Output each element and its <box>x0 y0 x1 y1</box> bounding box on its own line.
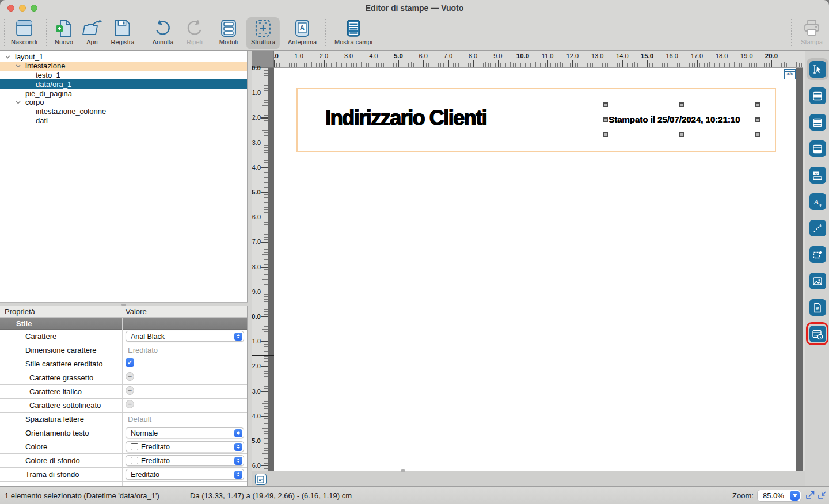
status-bar: 1 elemento selezionato (Datetime 'data/o… <box>0 486 829 504</box>
tree-item-testo-1[interactable]: testo_1 <box>0 71 247 80</box>
inherited-style-checkbox[interactable]: ✓ <box>126 358 134 367</box>
dropdown-value: Arial Black <box>131 333 234 341</box>
add-line-tool-button[interactable] <box>809 220 826 236</box>
app-window: Editor di stampe — Vuoto Nascondi Nuovo … <box>0 0 829 504</box>
open-button[interactable]: Apri <box>81 17 104 49</box>
ruler-position-marker <box>252 355 274 356</box>
tree-item-corpo[interactable]: corpo <box>0 98 247 107</box>
band-code-tool-button[interactable]: <> <box>809 167 826 184</box>
horizontal-ruler: 0.01.02.03.04.05.06.07.08.09.010.011.012… <box>252 51 803 68</box>
selection-handle-mid-right[interactable] <box>755 117 760 122</box>
stepper-icon <box>234 457 242 465</box>
add-image-tool-button[interactable] <box>809 273 826 289</box>
add-text-icon: A <box>812 196 823 208</box>
property-row-dimensione-carattere: Dimensione carattere Ereditato <box>0 343 247 357</box>
band-header-tool-button[interactable] <box>809 87 826 104</box>
font-size-field[interactable]: Ereditato <box>128 346 158 354</box>
toolbar-separator <box>46 19 47 48</box>
selection-handle-bottom-center[interactable] <box>679 132 684 137</box>
add-text-tool-button[interactable]: A <box>809 193 826 210</box>
toolbar-separator <box>791 19 792 48</box>
new-button[interactable]: Nuovo <box>54 17 74 49</box>
preview-icon: A <box>292 17 313 39</box>
selection-handle-bottom-right[interactable] <box>755 132 760 137</box>
chevron-down-icon[interactable] <box>16 101 21 104</box>
add-page-number-tool-button[interactable]: # <box>809 299 826 316</box>
modules-icon <box>218 17 239 39</box>
toolbar-button-label: Registra <box>111 39 135 45</box>
chevron-down-icon[interactable] <box>5 55 10 59</box>
zoom-fit-expand-button[interactable] <box>805 490 815 500</box>
svg-text:A: A <box>813 197 819 206</box>
underline-toggle[interactable]: – <box>126 400 134 408</box>
page-number-icon: # <box>812 302 823 314</box>
property-row-carattere: Carattere Arial Black <box>0 330 247 343</box>
preview-button[interactable]: A Anteprima <box>288 17 317 49</box>
background-color-checkbox[interactable] <box>131 457 138 464</box>
background-pattern-dropdown[interactable]: Ereditato <box>126 469 244 480</box>
toolbar-button-label: Struttura <box>251 39 275 45</box>
italic-toggle[interactable]: – <box>126 386 134 395</box>
code-expression-badge[interactable]: </> <box>784 69 796 79</box>
image-icon <box>812 276 823 287</box>
structure-button[interactable]: Struttura <box>246 17 280 49</box>
select-tool-button[interactable] <box>809 61 826 78</box>
tree-item-label: pié_di_pagina <box>25 89 72 98</box>
tree-item-pie-di-pagina[interactable]: pié_di_pagina <box>0 89 247 98</box>
undo-button[interactable]: Annulla <box>153 17 174 49</box>
property-label: Spaziatura lettere <box>25 415 84 423</box>
tree-item-data-ora-1[interactable]: data/ora_1 <box>0 79 247 89</box>
background-color-dropdown[interactable]: Ereditato <box>126 455 244 466</box>
band-header-icon <box>812 90 823 102</box>
text-orientation-dropdown[interactable]: Normale <box>126 427 244 438</box>
selection-handle-mid-left[interactable] <box>603 117 608 122</box>
datetime-field-text[interactable]: Stampato il 25/07/2024, 10:21:10 <box>609 114 740 124</box>
chevron-down-icon[interactable] <box>16 64 21 68</box>
print-button[interactable]: Stampa <box>801 17 823 49</box>
hide-panel-button[interactable]: Nascondi <box>11 17 37 49</box>
report-page[interactable]: Indirizzario Clienti Stampato il 25/07/2… <box>274 68 796 471</box>
open-folder-icon <box>81 17 104 39</box>
property-label: Carattere italico <box>29 387 82 396</box>
show-fields-button[interactable]: Mostra campi <box>334 17 372 49</box>
tree-item-dati[interactable]: dati <box>0 116 247 125</box>
selection-handle-top-center[interactable] <box>679 102 684 107</box>
selection-handle-bottom-left[interactable] <box>603 132 608 137</box>
property-row-orientamento: Orientamento testo Normale <box>0 426 247 440</box>
add-rectangle-icon <box>812 249 823 261</box>
redo-icon <box>184 17 205 39</box>
property-row-sottolineato: Carattere sottolineato – <box>0 399 247 413</box>
tree-item-intestazione-colonne[interactable]: intestazione_colonne <box>0 107 247 116</box>
cursor-select-icon <box>812 64 823 75</box>
report-title-text[interactable]: Indirizzario Clienti <box>325 106 486 130</box>
tree-item-intestazione[interactable]: intestazione <box>0 62 247 71</box>
font-dropdown[interactable]: Arial Black <box>126 331 244 342</box>
property-row-colore-sfondo: Colore di sfondo Ereditato <box>0 454 247 468</box>
redo-button[interactable]: Ripeti <box>184 17 205 49</box>
tree-item-layout-1[interactable]: layout_1 <box>0 52 247 62</box>
add-rectangle-tool-button[interactable] <box>809 246 826 263</box>
zoom-fit-shrink-button[interactable] <box>817 490 827 500</box>
titlebar: Editor di stampe — Vuoto <box>0 0 829 16</box>
band-body-tool-button[interactable] <box>809 114 826 131</box>
modules-button[interactable]: Moduli <box>218 17 239 49</box>
band-footer-tool-button[interactable] <box>809 140 826 157</box>
zoom-select[interactable]: 85.0% <box>757 490 801 502</box>
property-row-spaziatura: Spaziatura lettere Default <box>0 413 247 426</box>
toolbar-button-label: Moduli <box>219 39 238 45</box>
selection-handle-top-left[interactable] <box>603 102 608 107</box>
svg-text:A: A <box>300 24 305 32</box>
property-row-italico: Carattere italico – <box>0 385 247 399</box>
style-section-header[interactable]: Stile <box>0 318 247 330</box>
toolbar-button-label: Nuovo <box>55 39 73 45</box>
save-button[interactable]: Registra <box>111 17 135 49</box>
chevron-down-icon[interactable] <box>790 491 800 501</box>
selection-handle-top-right[interactable] <box>755 102 760 107</box>
property-row-grassetto: Carattere grassetto – <box>0 371 247 385</box>
color-dropdown[interactable]: Ereditato <box>126 441 244 452</box>
page-overview-button[interactable] <box>255 474 267 485</box>
letter-spacing-field[interactable]: Default <box>128 415 151 423</box>
bold-toggle[interactable]: – <box>126 372 134 381</box>
band-body-icon <box>812 117 823 128</box>
color-checkbox[interactable] <box>131 443 138 450</box>
